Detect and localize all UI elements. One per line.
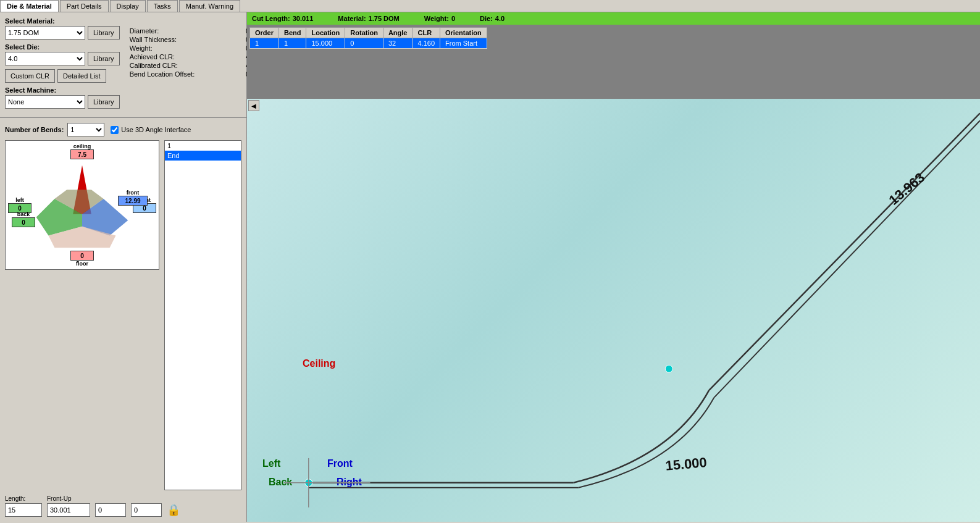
bends-table: Order Bend Location Rotation Angle CLR O… (249, 27, 487, 49)
machine-library-button[interactable]: Library (88, 95, 120, 109)
back-label: back (17, 211, 30, 217)
dim1-text: 13.963 (886, 169, 927, 207)
cut-length-item: Cut Length: 30.011 (252, 15, 313, 22)
angle-widget: ceiling 7.5 0 floor (5, 140, 159, 270)
col-bend: Bend (279, 28, 306, 38)
front-direction: front 12.99 (118, 190, 148, 206)
material-value: 1.75 DOM (369, 15, 400, 22)
cut-length-value: 30.011 (293, 15, 314, 22)
die-item: Die: 4.0 (480, 15, 505, 22)
front-value[interactable]: 12.99 (118, 196, 148, 206)
ceiling-direction: ceiling 7.5 (70, 143, 94, 159)
tab-part-details[interactable]: Part Details (60, 0, 109, 12)
tab-display[interactable]: Display (110, 0, 146, 12)
calibrated-clr-label: Calibrated CLR: (130, 62, 216, 69)
field4-group (131, 495, 162, 517)
diameter-label: Diameter: (130, 27, 216, 35)
num-bends-label: Number of Bends: (5, 126, 64, 133)
weight-label: Weight: (424, 15, 449, 22)
num-bends-select[interactable]: 1 (67, 123, 104, 136)
field3-group (95, 495, 126, 517)
back-direction: back 0 (12, 211, 35, 227)
use-3d-label: Use 3D Angle Interface (121, 126, 191, 133)
col-rotation: Rotation (345, 28, 383, 38)
cell-location: 15.000 (306, 38, 345, 49)
field3-label (95, 495, 126, 502)
custom-clr-button[interactable]: Custom CLR (5, 69, 55, 83)
table-row[interactable]: 1 1 15.000 0 32 4.160 From Start (250, 38, 487, 49)
bend-point-dot (665, 365, 672, 372)
left-panel: Select Material: 1.75 DOM Library Select… (0, 12, 247, 522)
cell-angle: 32 (383, 38, 413, 49)
lock-icon[interactable]: 🔒 (167, 503, 180, 517)
bend-location-offset-label: Bend Location Offset: (130, 70, 216, 78)
weight-item: Weight: 0 (424, 15, 455, 22)
tab-tasks[interactable]: Tasks (147, 0, 178, 12)
die-label: Die: (480, 15, 493, 22)
cell-bend: 1 (279, 38, 306, 49)
material-select[interactable]: 1.75 DOM (5, 26, 85, 40)
tube-outer-2 (714, 120, 980, 398)
weight-value: 0 (451, 15, 455, 22)
material-library-button[interactable]: Library (88, 26, 120, 40)
bends-row: Number of Bends: 1 Use 3D Angle Interfac… (5, 123, 241, 136)
field3-input[interactable] (95, 503, 126, 517)
cell-order: 1 (250, 38, 279, 49)
machine-select[interactable]: None (5, 95, 85, 109)
tube-bend-2 (579, 398, 714, 488)
select-machine-label: Select Machine: (5, 86, 120, 94)
table-header-row: Order Bend Location Rotation Angle CLR O… (250, 28, 487, 38)
tube-svg: 13.963 15.000 (247, 99, 980, 522)
table-area: Order Bend Location Rotation Angle CLR O… (247, 25, 980, 99)
floor-label: floor (76, 261, 88, 267)
achieved-clr-label: Achieved CLR: (130, 53, 216, 61)
use-3d-checkbox[interactable] (111, 126, 119, 134)
right-panel: Cut Length: 30.011 Material: 1.75 DOM We… (247, 12, 980, 522)
col-clr: CLR (413, 28, 440, 38)
bend-list: 1 End (164, 140, 241, 490)
front-up-group: Front-Up (47, 495, 90, 517)
select-die-label: Select Die: (5, 43, 120, 51)
ceiling-label: ceiling (73, 143, 91, 149)
field4-label (131, 495, 162, 502)
ceiling-value[interactable]: 7.5 (70, 149, 94, 159)
wall-thickness-label: Wall Thickness: (130, 36, 216, 43)
col-location: Location (306, 28, 345, 38)
length-label: Length: (5, 495, 42, 502)
die-value: 4.0 (495, 15, 505, 22)
dim2-text: 15.000 (665, 454, 708, 474)
tab-die-material[interactable]: Die & Material (0, 0, 59, 12)
field4-input[interactable] (131, 503, 162, 517)
front-up-input[interactable] (47, 503, 90, 517)
bend-list-item[interactable]: End (165, 151, 241, 161)
length-group: Length: (5, 495, 42, 517)
die-library-button[interactable]: Library (88, 52, 120, 65)
floor-direction: 0 floor (70, 251, 94, 267)
cell-orientation: From Start (440, 38, 487, 49)
main-layout: Select Material: 1.75 DOM Library Select… (0, 12, 980, 522)
detailed-list-button[interactable]: Detailed List (57, 69, 106, 83)
3d-view-area: ceiling 7.5 0 floor (5, 140, 241, 490)
info-bar: Cut Length: 30.011 Material: 1.75 DOM We… (247, 12, 980, 25)
select-material-label: Select Material: (5, 17, 120, 25)
left-direction: left 0 (8, 197, 31, 213)
floor-value[interactable]: 0 (70, 251, 94, 261)
cell-rotation: 0 (345, 38, 383, 49)
die-material-section: Select Material: 1.75 DOM Library Select… (0, 12, 246, 118)
bottom-section: Number of Bends: 1 Use 3D Angle Interfac… (0, 118, 246, 522)
material-label: Material: (338, 15, 366, 22)
col-angle: Angle (383, 28, 413, 38)
tube-outer-1 (709, 113, 980, 390)
bend-list-header: 1 (165, 141, 241, 151)
front-up-label: Front-Up (47, 495, 90, 502)
die-select[interactable]: 4.0 (5, 52, 85, 65)
length-input[interactable] (5, 503, 42, 517)
back-value[interactable]: 0 (12, 217, 35, 227)
tab-manuf-warning[interactable]: Manuf. Warning (179, 0, 240, 12)
left-label: left (15, 197, 24, 203)
front-label: front (127, 190, 140, 196)
col-order: Order (250, 28, 279, 38)
material-item: Material: 1.75 DOM (338, 15, 399, 22)
bottom-inputs: Length: Front-Up 🔒 (5, 495, 241, 517)
cut-length-label: Cut Length: (252, 15, 290, 22)
